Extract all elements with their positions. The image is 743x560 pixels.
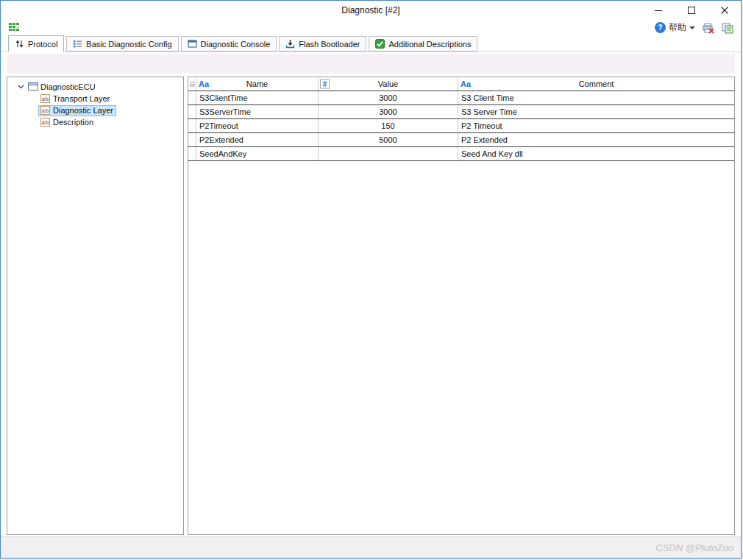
cell-name[interactable]: P2Timeout	[196, 119, 319, 132]
watermark-text: CSDN @PlutoZuo	[655, 542, 733, 553]
chevron-down-icon	[689, 26, 695, 29]
printer-cancel-icon[interactable]	[702, 22, 714, 34]
tree-item-label: Diagnostic Layer	[53, 106, 113, 115]
text-type-icon: Aa	[199, 79, 209, 88]
tab-label: Diagnostic Console	[201, 40, 271, 49]
column-label: Name	[246, 79, 268, 88]
cell-value[interactable]: 5000	[319, 133, 458, 146]
close-button[interactable]	[708, 1, 741, 20]
svg-text:b: b	[46, 107, 49, 114]
cell-comment[interactable]: P2 Timeout	[458, 119, 734, 132]
column-label: Value	[378, 79, 398, 88]
table-row[interactable]: P2Extended 5000 P2 Extended	[188, 133, 734, 147]
row-gutter	[188, 105, 196, 118]
column-header-name[interactable]: Aa Name	[196, 77, 319, 91]
tab-label: Basic Diagnostic Config	[86, 40, 171, 49]
table-row[interactable]: SeedAndKey Seed And Key dll	[188, 147, 734, 161]
tab-flash-bootloader[interactable]: Flash Bootloader	[279, 36, 366, 52]
cell-name[interactable]: P2Extended	[196, 133, 319, 146]
cell-comment[interactable]: Seed And Key dll	[458, 147, 734, 160]
diagnostic-window: Diagnostic [#2]	[0, 0, 742, 559]
tree-item-diagnosticecu[interactable]: DiagnosticECU	[7, 81, 183, 93]
help-icon: ?	[655, 22, 666, 33]
tree-item-description[interactable]: a b Description	[7, 116, 183, 128]
row-gutter	[188, 133, 196, 146]
window-title: Diagnostic [#2]	[1, 1, 741, 20]
titlebar: Diagnostic [#2]	[1, 1, 741, 20]
window-controls	[641, 1, 741, 20]
layer-icon: a b	[40, 94, 51, 104]
console-window-icon	[188, 39, 197, 49]
toolbar-strip	[7, 54, 735, 74]
ecu-icon	[27, 82, 38, 92]
tree-item-diagnostic-layer[interactable]: a b Diagnostic Layer	[7, 104, 183, 116]
cell-comment[interactable]: S3 Server Time	[458, 105, 734, 118]
cell-name[interactable]: S3ClientTime	[196, 91, 319, 104]
table-header-row: Aa Name # Value Aa Comment	[188, 77, 734, 91]
tree-item-label: Description	[53, 118, 93, 127]
tab-diagnostic-console[interactable]: Diagnostic Console	[181, 36, 277, 52]
maximize-button[interactable]	[675, 1, 708, 20]
cell-name[interactable]: SeedAndKey	[196, 147, 319, 160]
tab-bar: Protocol Basic Diagnostic Config Diagnos…	[1, 35, 741, 52]
sort-arrows-icon	[15, 39, 24, 49]
row-gutter	[188, 147, 196, 160]
ecu-tree-panel: DiagnosticECU a b Transport Layer	[7, 77, 184, 535]
layer-icon: a b	[40, 106, 51, 116]
cell-value[interactable]: 150	[319, 119, 458, 132]
menu-row: ? 帮助	[1, 20, 741, 35]
tab-label: Flash Bootloader	[299, 40, 360, 49]
tab-protocol[interactable]: Protocol	[8, 35, 64, 52]
download-icon	[285, 39, 295, 49]
parameters-table: Aa Name # Value Aa Comment S3ClientTime …	[188, 77, 735, 535]
app-grid-icon[interactable]	[8, 21, 20, 32]
cell-value[interactable]	[319, 147, 458, 160]
tree-item-label: Transport Layer	[53, 94, 110, 103]
layer-icon: a b	[40, 118, 51, 127]
checkbox-checked-icon	[375, 39, 385, 49]
minimize-button[interactable]	[641, 1, 675, 20]
cell-value[interactable]: 3000	[319, 91, 458, 104]
cell-name[interactable]: S3ServerTime	[196, 105, 319, 118]
table-row[interactable]: P2Timeout 150 P2 Timeout	[188, 119, 734, 133]
tab-additional-descriptions[interactable]: Additional Descriptions	[369, 36, 477, 52]
text-type-icon: Aa	[461, 79, 471, 88]
list-icon	[73, 39, 82, 49]
row-gutter-header	[188, 77, 196, 91]
svg-text:b: b	[46, 96, 49, 102]
column-label: Comment	[579, 79, 614, 88]
help-button[interactable]: ? 帮助	[655, 21, 695, 34]
help-label: 帮助	[669, 21, 686, 34]
tab-label: Additional Descriptions	[388, 40, 471, 49]
tab-label: Protocol	[28, 40, 57, 49]
column-header-value[interactable]: # Value	[319, 77, 458, 91]
cell-value[interactable]: 3000	[319, 105, 458, 118]
column-header-comment[interactable]: Aa Comment	[458, 77, 734, 91]
chevron-expanded-icon[interactable]	[16, 82, 26, 92]
menu-right-group: ? 帮助	[655, 20, 733, 35]
table-row[interactable]: S3ClientTime 3000 S3 Client Time	[188, 91, 734, 105]
svg-text:b: b	[46, 119, 49, 126]
tab-basic-diagnostic-config[interactable]: Basic Diagnostic Config	[66, 36, 178, 52]
row-gutter	[188, 91, 196, 104]
number-type-icon: #	[320, 79, 330, 89]
row-gutter	[188, 119, 196, 132]
tree-item-label: DiagnosticECU	[40, 82, 96, 91]
documents-icon[interactable]	[721, 22, 733, 34]
cell-comment[interactable]: S3 Client Time	[458, 91, 734, 104]
cell-comment[interactable]: P2 Extended	[458, 133, 734, 146]
table-row[interactable]: S3ServerTime 3000 S3 Server Time	[188, 105, 734, 119]
status-bar: CSDN @PlutoZuo	[1, 536, 741, 558]
tree-item-transport-layer[interactable]: a b Transport Layer	[7, 93, 183, 104]
